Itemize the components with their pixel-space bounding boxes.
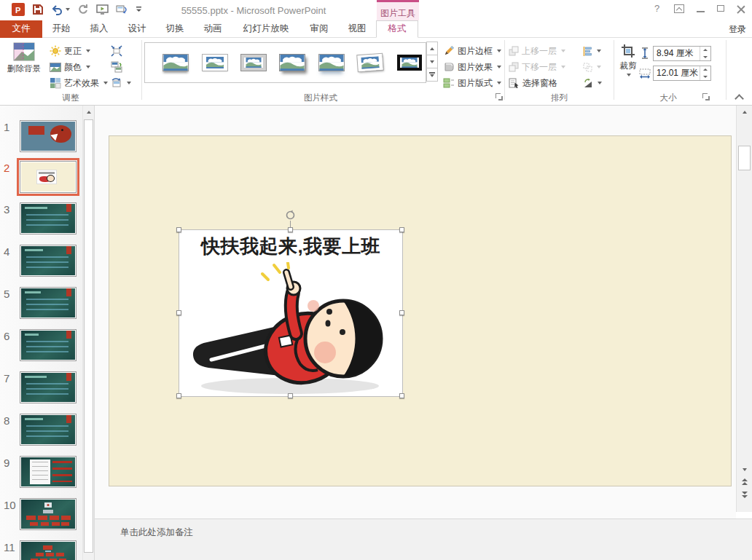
picture-layout-button[interactable]: 图片版式 [443,75,501,91]
picture-effects-button[interactable]: 图片效果 [443,59,501,75]
gallery-more-button[interactable] [426,68,438,82]
previous-slide-button[interactable] [737,478,752,485]
tab-file[interactable]: 文件 [0,20,42,38]
picture-effects-label: 图片效果 [458,61,493,74]
thumbnail-slide-3[interactable] [20,202,77,234]
repeat-button[interactable] [77,4,89,15]
thumbnail-slide-6[interactable] [20,329,77,361]
thumbnail-scrollbar-thumb[interactable] [84,119,93,553]
resize-handle-nw[interactable] [176,227,181,232]
remove-background-button[interactable]: 删除背景 [3,39,45,90]
picture-style-2[interactable] [198,47,230,79]
width-spin-down[interactable] [700,74,710,81]
artistic-effects-button[interactable]: 艺术效果 [50,75,108,91]
crop-button[interactable]: 裁剪 [615,41,641,89]
rotate-button[interactable] [583,75,602,91]
selected-picture[interactable]: 快扶我起来,我要上班 [179,230,402,396]
picture-style-5[interactable] [316,47,348,79]
picture-style-7-selected[interactable] [393,47,426,79]
selection-pane-button[interactable]: 选择窗格 [509,75,557,91]
group-separator [614,40,614,100]
maximize-icon[interactable] [717,5,724,12]
align-button[interactable] [583,43,601,59]
group-objects-icon [583,63,592,72]
tab-insert[interactable]: 插入 [80,20,118,38]
picture-style-4[interactable] [276,47,308,79]
tab-format-active[interactable]: 格式 [376,20,418,38]
send-backward-button[interactable]: 下移一层 [509,59,565,75]
reset-picture-button[interactable] [111,75,131,91]
height-spin-down[interactable] [700,54,710,61]
resize-handle-ne[interactable] [399,227,404,232]
thumbnail-slide-11[interactable] [20,540,77,560]
bring-forward-button[interactable]: 上移一层 [509,43,565,59]
powerpoint-app-icon[interactable]: P [12,3,25,16]
resize-handle-s[interactable] [288,393,293,398]
width-spin-up[interactable] [700,66,710,74]
color-button[interactable]: 颜色 [50,59,90,75]
slide-canvas[interactable]: 快扶我起来,我要上班 [109,135,732,486]
tab-home[interactable]: 开始 [42,20,80,38]
crop-icon [621,44,635,58]
picture-styles-dialog-launcher[interactable] [496,93,504,101]
size-dialog-launcher[interactable] [702,93,710,101]
ribbon: 删除背景 更正 颜色 艺术效果 调整 [0,38,752,106]
shape-height-input[interactable] [654,47,699,60]
tab-design[interactable]: 设计 [118,20,156,38]
picture-style-1[interactable] [160,47,192,79]
close-icon[interactable] [737,4,745,12]
shape-width-input[interactable] [654,66,699,80]
picture-border-button[interactable]: 图片边框 [443,43,501,59]
main-scrollbar [736,106,752,512]
tab-transitions[interactable]: 切换 [156,20,194,38]
thumbnail-slide-1[interactable] [20,120,77,152]
gallery-scroll-down-button[interactable] [426,55,438,68]
compress-pictures-button[interactable] [111,43,122,59]
ribbon-display-options-icon[interactable] [674,4,684,13]
slide-thumbnail-panel: 1 2 3 4 5 6 7 8 [0,106,82,560]
notes-pane[interactable]: 单击此处添加备注 [95,518,752,560]
thumbnail-slide-9[interactable] [20,456,77,488]
resize-handle-se[interactable] [399,393,404,398]
resize-handle-w[interactable] [176,310,181,315]
scroll-down-button[interactable] [737,463,752,476]
picture-style-3[interactable] [238,47,270,79]
sign-in-link[interactable]: 登录 [729,23,746,36]
crop-dropdown-icon[interactable] [627,74,631,76]
main-scrollbar-thumb[interactable] [738,146,751,170]
notes-placeholder[interactable]: 单击此处添加备注 [120,527,193,539]
tab-slideshow[interactable]: 幻灯片放映 [232,20,300,38]
thumbnail-slide-8[interactable] [20,414,77,446]
remove-background-icon [13,42,35,61]
next-slide-button[interactable] [737,492,752,498]
undo-button[interactable] [51,4,70,15]
minimize-icon[interactable] [697,5,705,12]
picture-layout-icon [443,77,455,89]
resize-handle-e[interactable] [399,310,404,315]
save-button[interactable] [32,4,44,15]
thumbnail-slide-2[interactable] [20,161,77,193]
group-objects-button[interactable] [583,59,601,75]
picture-style-6[interactable] [353,46,388,80]
thumbnail-slide-10[interactable] [20,498,77,530]
resize-handle-n[interactable] [288,227,293,232]
change-picture-button[interactable] [111,59,122,75]
tab-view[interactable]: 视图 [338,20,376,38]
thumbnail-scroll-up-button[interactable] [83,106,94,118]
start-slideshow-button[interactable] [96,4,109,15]
gallery-scroll-up-button[interactable] [426,42,438,55]
undo-dropdown-icon[interactable] [66,8,70,11]
resize-handle-sw[interactable] [176,393,181,398]
corrections-button[interactable]: 更正 [50,43,90,59]
reuse-slide-button[interactable] [116,4,128,15]
height-spin-up[interactable] [700,47,710,54]
collapse-ribbon-icon[interactable] [735,94,744,103]
thumbnail-slide-7[interactable] [20,371,77,403]
thumbnail-slide-4[interactable] [20,245,77,277]
thumbnail-slide-5[interactable] [20,287,77,319]
tab-review[interactable]: 审阅 [300,20,338,38]
scroll-up-button[interactable] [737,106,752,118]
tab-animations[interactable]: 动画 [194,20,232,38]
rotation-handle[interactable] [285,210,296,221]
help-icon[interactable]: ? [652,4,662,13]
